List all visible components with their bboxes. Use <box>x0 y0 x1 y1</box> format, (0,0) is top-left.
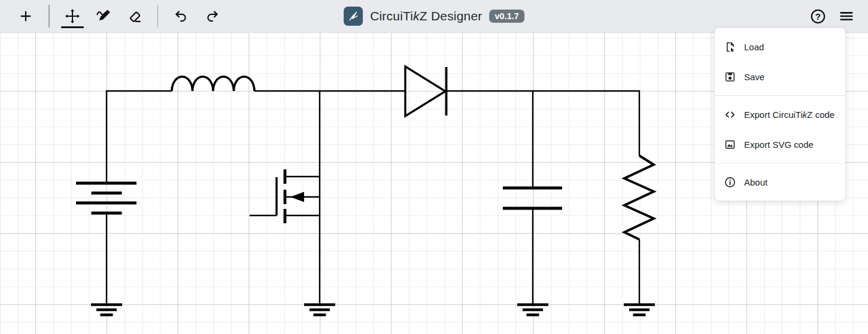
draw-wire-button[interactable] <box>90 2 117 30</box>
load-file-icon <box>724 41 736 53</box>
app-title-text: CircuiTikZ Designer <box>370 9 482 23</box>
menu-item-label: About <box>744 177 767 187</box>
menu-section-file: Load Save <box>715 28 845 95</box>
menu-item-export-circuitikz[interactable]: Export CircuiTikZ code <box>715 99 845 129</box>
inductor[interactable] <box>172 77 254 91</box>
toolbar-divider <box>157 5 159 28</box>
redo-arrow-icon <box>205 9 220 24</box>
menu-item-label: Export CircuiTikZ code <box>744 110 834 120</box>
menu-item-label: Export SVG code <box>744 139 814 150</box>
toolbar <box>12 2 226 30</box>
svg-text:?: ? <box>815 11 821 21</box>
hamburger-menu-icon <box>838 8 855 25</box>
image-icon <box>724 139 736 150</box>
diode[interactable] <box>405 66 447 116</box>
ground-symbol[interactable] <box>91 305 122 315</box>
app-title: CircuiTikZ Designer v0.1.7 <box>344 7 524 26</box>
menu-section-export: Export CircuiTikZ code Export SVG code <box>715 96 845 163</box>
add-component-button[interactable] <box>12 2 40 30</box>
arrows-move-icon <box>65 8 80 24</box>
erase-button[interactable] <box>121 2 148 30</box>
version-badge: v0.1.7 <box>490 10 524 23</box>
wires[interactable] <box>107 91 639 305</box>
redo-button[interactable] <box>198 2 226 30</box>
question-circle-icon: ? <box>810 8 826 25</box>
ground-symbol[interactable] <box>517 305 548 315</box>
nmos-transistor[interactable] <box>277 169 320 223</box>
main-menu-button[interactable] <box>837 7 856 26</box>
menu-item-label: Save <box>744 72 764 82</box>
ground-symbol[interactable] <box>304 305 335 315</box>
menu-item-about[interactable]: About <box>715 167 845 197</box>
header-right-controls: ? <box>809 7 856 26</box>
code-brackets-icon <box>724 109 736 120</box>
resistor[interactable] <box>624 156 654 239</box>
menu-item-save[interactable]: Save <box>715 62 845 92</box>
toolbar-divider <box>48 5 50 28</box>
menu-item-label: Load <box>744 42 764 52</box>
battery-voltage-source[interactable] <box>76 183 136 213</box>
undo-button[interactable] <box>167 2 195 30</box>
menu-section-about: About <box>715 163 845 201</box>
main-dropdown-menu: Load Save Export CircuiTikZ code Export … <box>714 28 846 201</box>
info-circle-icon <box>724 177 736 188</box>
select-move-button[interactable] <box>59 2 86 30</box>
circuitikz-logo-icon <box>344 7 363 26</box>
capacitor[interactable] <box>503 188 562 208</box>
pencil-scribble-icon <box>96 8 111 24</box>
menu-item-export-svg[interactable]: Export SVG code <box>715 129 845 159</box>
undo-arrow-icon <box>174 9 189 24</box>
plus-icon <box>19 9 33 23</box>
ground-symbol[interactable] <box>624 305 655 315</box>
menu-item-load[interactable]: Load <box>715 32 845 62</box>
eraser-icon <box>127 8 142 24</box>
save-floppy-icon <box>724 71 736 83</box>
help-button[interactable]: ? <box>809 7 827 26</box>
